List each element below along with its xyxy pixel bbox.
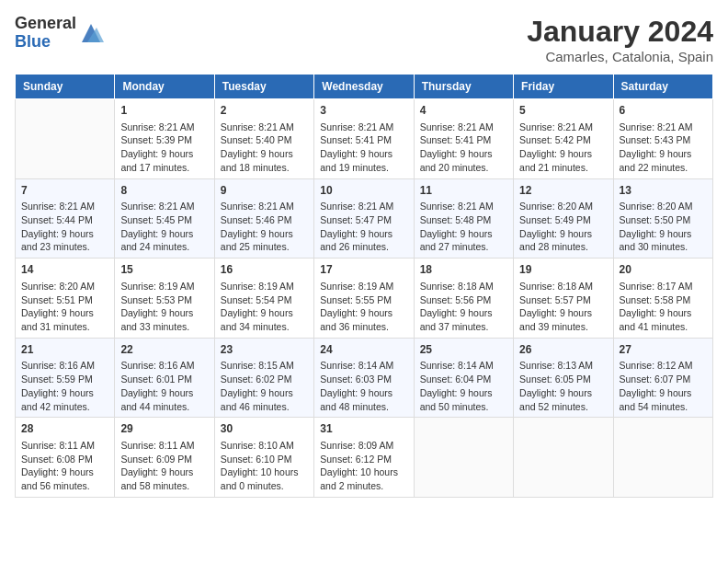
day-header-wednesday: Wednesday	[314, 75, 414, 99]
day-number: 21	[21, 342, 108, 358]
calendar-cell: 4Sunrise: 8:21 AM Sunset: 5:41 PM Daylig…	[414, 99, 513, 179]
month-title: January 2024	[527, 15, 713, 49]
day-info: Sunrise: 8:21 AM Sunset: 5:48 PM Dayligh…	[420, 200, 507, 254]
day-info: Sunrise: 8:20 AM Sunset: 5:51 PM Dayligh…	[21, 280, 108, 334]
day-header-thursday: Thursday	[414, 75, 513, 99]
day-number: 24	[320, 342, 407, 358]
day-info: Sunrise: 8:19 AM Sunset: 5:54 PM Dayligh…	[221, 280, 308, 334]
day-info: Sunrise: 8:18 AM Sunset: 5:56 PM Dayligh…	[420, 280, 507, 334]
day-info: Sunrise: 8:21 AM Sunset: 5:42 PM Dayligh…	[519, 121, 607, 175]
calendar-cell: 29Sunrise: 8:11 AM Sunset: 6:09 PM Dayli…	[115, 418, 214, 498]
day-number: 30	[221, 421, 308, 437]
day-number: 20	[620, 262, 707, 278]
day-number: 26	[519, 342, 607, 358]
day-info: Sunrise: 8:11 AM Sunset: 6:09 PM Dayligh…	[120, 439, 208, 493]
day-info: Sunrise: 8:14 AM Sunset: 6:03 PM Dayligh…	[320, 359, 407, 413]
day-header-tuesday: Tuesday	[214, 75, 313, 99]
calendar-cell: 11Sunrise: 8:21 AM Sunset: 5:48 PM Dayli…	[414, 178, 513, 259]
day-header-sunday: Sunday	[16, 75, 115, 99]
day-number: 28	[21, 421, 108, 437]
day-info: Sunrise: 8:21 AM Sunset: 5:47 PM Dayligh…	[320, 200, 407, 254]
calendar-cell: 17Sunrise: 8:19 AM Sunset: 5:55 PM Dayli…	[314, 259, 414, 339]
calendar-cell	[514, 418, 613, 498]
calendar-cell: 18Sunrise: 8:18 AM Sunset: 5:56 PM Dayli…	[414, 259, 513, 339]
calendar-cell: 21Sunrise: 8:16 AM Sunset: 5:59 PM Dayli…	[16, 338, 115, 418]
day-info: Sunrise: 8:13 AM Sunset: 6:05 PM Dayligh…	[519, 359, 607, 413]
calendar-cell	[414, 418, 513, 498]
day-number: 8	[120, 183, 208, 199]
calendar-cell: 2Sunrise: 8:21 AM Sunset: 5:40 PM Daylig…	[214, 99, 313, 179]
day-number: 10	[320, 183, 407, 199]
day-number: 19	[519, 262, 607, 278]
calendar-cell: 3Sunrise: 8:21 AM Sunset: 5:41 PM Daylig…	[314, 99, 414, 179]
calendar-cell: 8Sunrise: 8:21 AM Sunset: 5:45 PM Daylig…	[115, 178, 214, 259]
day-info: Sunrise: 8:21 AM Sunset: 5:44 PM Dayligh…	[21, 200, 108, 254]
calendar-cell: 23Sunrise: 8:15 AM Sunset: 6:02 PM Dayli…	[214, 338, 313, 418]
day-info: Sunrise: 8:21 AM Sunset: 5:41 PM Dayligh…	[320, 121, 407, 175]
calendar-cell: 20Sunrise: 8:17 AM Sunset: 5:58 PM Dayli…	[613, 259, 712, 339]
day-info: Sunrise: 8:21 AM Sunset: 5:43 PM Dayligh…	[620, 121, 707, 175]
calendar-cell: 31Sunrise: 8:09 AM Sunset: 6:12 PM Dayli…	[314, 418, 414, 498]
day-info: Sunrise: 8:19 AM Sunset: 5:55 PM Dayligh…	[320, 280, 407, 334]
page-header: General Blue January 2024 Camarles, Cata…	[15, 15, 713, 64]
calendar-cell: 10Sunrise: 8:21 AM Sunset: 5:47 PM Dayli…	[314, 178, 414, 259]
day-info: Sunrise: 8:21 AM Sunset: 5:45 PM Dayligh…	[120, 200, 208, 254]
day-number: 7	[21, 183, 108, 199]
day-header-friday: Friday	[514, 75, 613, 99]
day-info: Sunrise: 8:14 AM Sunset: 6:04 PM Dayligh…	[420, 359, 507, 413]
day-info: Sunrise: 8:21 AM Sunset: 5:41 PM Dayligh…	[420, 121, 507, 175]
day-info: Sunrise: 8:15 AM Sunset: 6:02 PM Dayligh…	[221, 359, 308, 413]
day-info: Sunrise: 8:11 AM Sunset: 6:08 PM Dayligh…	[21, 439, 108, 493]
day-number: 31	[320, 421, 407, 437]
title-block: January 2024 Camarles, Catalonia, Spain	[527, 15, 713, 64]
calendar-cell: 19Sunrise: 8:18 AM Sunset: 5:57 PM Dayli…	[514, 259, 613, 339]
logo-general-text: General	[15, 15, 76, 33]
day-info: Sunrise: 8:20 AM Sunset: 5:50 PM Dayligh…	[620, 200, 707, 254]
day-number: 3	[320, 103, 407, 119]
calendar-cell: 12Sunrise: 8:20 AM Sunset: 5:49 PM Dayli…	[514, 178, 613, 259]
day-number: 4	[420, 103, 507, 119]
calendar-cell: 27Sunrise: 8:12 AM Sunset: 6:07 PM Dayli…	[613, 338, 712, 418]
day-info: Sunrise: 8:21 AM Sunset: 5:40 PM Dayligh…	[221, 121, 308, 175]
day-info: Sunrise: 8:17 AM Sunset: 5:58 PM Dayligh…	[620, 280, 707, 334]
day-number: 13	[620, 183, 707, 199]
day-number: 9	[221, 183, 308, 199]
day-info: Sunrise: 8:10 AM Sunset: 6:10 PM Dayligh…	[221, 439, 308, 493]
day-info: Sunrise: 8:09 AM Sunset: 6:12 PM Dayligh…	[320, 439, 407, 493]
calendar-cell: 14Sunrise: 8:20 AM Sunset: 5:51 PM Dayli…	[16, 259, 115, 339]
day-number: 15	[120, 262, 208, 278]
calendar-cell: 25Sunrise: 8:14 AM Sunset: 6:04 PM Dayli…	[414, 338, 513, 418]
calendar-cell: 26Sunrise: 8:13 AM Sunset: 6:05 PM Dayli…	[514, 338, 613, 418]
day-number: 17	[320, 262, 407, 278]
calendar-cell: 9Sunrise: 8:21 AM Sunset: 5:46 PM Daylig…	[214, 178, 313, 259]
calendar-cell: 28Sunrise: 8:11 AM Sunset: 6:08 PM Dayli…	[16, 418, 115, 498]
calendar-cell: 7Sunrise: 8:21 AM Sunset: 5:44 PM Daylig…	[16, 178, 115, 259]
week-row-4: 21Sunrise: 8:16 AM Sunset: 5:59 PM Dayli…	[16, 338, 713, 418]
day-number: 29	[120, 421, 208, 437]
day-header-monday: Monday	[115, 75, 214, 99]
location: Camarles, Catalonia, Spain	[527, 49, 713, 64]
day-info: Sunrise: 8:19 AM Sunset: 5:53 PM Dayligh…	[120, 280, 208, 334]
day-number: 25	[420, 342, 507, 358]
day-number: 1	[120, 103, 208, 119]
day-number: 2	[221, 103, 308, 119]
day-number: 23	[221, 342, 308, 358]
calendar-header: SundayMondayTuesdayWednesdayThursdayFrid…	[16, 75, 713, 99]
calendar-cell: 5Sunrise: 8:21 AM Sunset: 5:42 PM Daylig…	[514, 99, 613, 179]
logo: General Blue	[15, 15, 104, 52]
day-number: 11	[420, 183, 507, 199]
day-number: 16	[221, 262, 308, 278]
calendar-cell: 24Sunrise: 8:14 AM Sunset: 6:03 PM Dayli…	[314, 338, 414, 418]
calendar-body: 1Sunrise: 8:21 AM Sunset: 5:39 PM Daylig…	[16, 99, 713, 498]
week-row-1: 1Sunrise: 8:21 AM Sunset: 5:39 PM Daylig…	[16, 99, 713, 179]
day-info: Sunrise: 8:20 AM Sunset: 5:49 PM Dayligh…	[519, 200, 607, 254]
week-row-2: 7Sunrise: 8:21 AM Sunset: 5:44 PM Daylig…	[16, 178, 713, 259]
calendar-cell: 15Sunrise: 8:19 AM Sunset: 5:53 PM Dayli…	[115, 259, 214, 339]
day-number: 22	[120, 342, 208, 358]
calendar-cell: 30Sunrise: 8:10 AM Sunset: 6:10 PM Dayli…	[214, 418, 313, 498]
day-info: Sunrise: 8:21 AM Sunset: 5:39 PM Dayligh…	[120, 121, 208, 175]
day-info: Sunrise: 8:16 AM Sunset: 5:59 PM Dayligh…	[21, 359, 108, 413]
calendar-cell	[613, 418, 712, 498]
calendar-cell: 6Sunrise: 8:21 AM Sunset: 5:43 PM Daylig…	[613, 99, 712, 179]
calendar-table: SundayMondayTuesdayWednesdayThursdayFrid…	[15, 74, 713, 498]
